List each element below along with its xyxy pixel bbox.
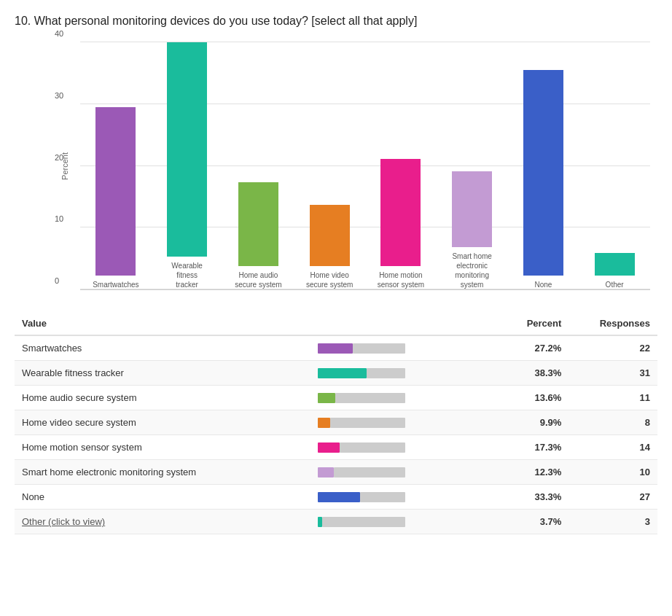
row-percent: 12.3% bbox=[495, 460, 569, 485]
bar-col: Smartwatches bbox=[80, 42, 152, 289]
mini-bar-gray bbox=[353, 343, 405, 354]
bar-rect bbox=[523, 70, 563, 276]
row-percent: 27.2% bbox=[495, 335, 569, 361]
table-row: Wearable fitness tracker38.3%31 bbox=[15, 361, 657, 386]
row-responses: 22 bbox=[569, 335, 657, 361]
mini-bar-color bbox=[318, 467, 334, 477]
bar-rect bbox=[238, 182, 278, 266]
mini-bar-gray bbox=[335, 393, 405, 403]
header-value: Value bbox=[15, 312, 310, 335]
bar-col: Wearable fitness tracker bbox=[152, 42, 223, 289]
table-row: Home audio secure system13.6%11 bbox=[15, 386, 657, 410]
row-percent: 17.3% bbox=[495, 435, 569, 460]
mini-bar-wrap bbox=[318, 343, 405, 354]
row-link[interactable]: Other (click to view) bbox=[22, 516, 105, 527]
row-responses: 14 bbox=[569, 435, 657, 460]
row-label: Home motion sensor system bbox=[15, 435, 310, 460]
mini-bar-gray bbox=[360, 492, 405, 502]
row-responses: 11 bbox=[569, 386, 657, 410]
bar-label: None bbox=[534, 280, 552, 289]
mini-bar-wrap bbox=[318, 368, 405, 378]
header-percent-bar bbox=[310, 312, 495, 335]
bar-col: Home audio secure system bbox=[223, 42, 294, 289]
bar-label: Other bbox=[606, 280, 624, 289]
bar-label: Home video secure system bbox=[306, 270, 353, 289]
bar-label: Wearable fitness tracker bbox=[162, 261, 213, 289]
bar-col: Home motion sensor system bbox=[365, 42, 437, 289]
mini-bar-color bbox=[318, 393, 335, 403]
bar-label: Smart home electronic monitoring system bbox=[452, 252, 491, 289]
bar-label: Home audio secure system bbox=[235, 270, 281, 289]
y-tick-label: 0 bbox=[55, 276, 59, 285]
mini-bar-gray bbox=[330, 418, 405, 428]
data-table: Value Percent Responses Smartwatches27.2… bbox=[15, 312, 657, 534]
row-bar-cell bbox=[310, 485, 495, 510]
bar-chart: Percent 010203040 SmartwatchesWearable f… bbox=[15, 42, 657, 290]
table-row: Home motion sensor system17.3%14 bbox=[15, 435, 657, 460]
mini-bar-gray bbox=[340, 442, 405, 453]
table-row: Home video secure system9.9%8 bbox=[15, 410, 657, 435]
row-percent: 33.3% bbox=[495, 485, 569, 510]
row-responses: 10 bbox=[569, 460, 657, 485]
mini-bar-gray bbox=[367, 368, 405, 378]
bar-label: Home motion sensor system bbox=[378, 270, 424, 289]
row-percent: 13.6% bbox=[495, 386, 569, 410]
row-responses: 31 bbox=[569, 361, 657, 386]
y-axis-label: Percent bbox=[60, 152, 69, 180]
table-header: Value Percent Responses bbox=[15, 312, 657, 335]
question-title: 10. What personal monitoring devices do … bbox=[15, 15, 657, 28]
row-percent: 9.9% bbox=[495, 410, 569, 435]
row-bar-cell bbox=[310, 510, 495, 534]
row-responses: 8 bbox=[569, 410, 657, 435]
row-label: Home audio secure system bbox=[15, 386, 310, 410]
mini-bar-color bbox=[318, 343, 353, 354]
table-row: Smartwatches27.2%22 bbox=[15, 335, 657, 361]
y-tick-label: 10 bbox=[55, 214, 63, 223]
mini-bar-color bbox=[318, 517, 322, 527]
mini-bar-gray bbox=[322, 517, 405, 527]
row-percent: 38.3% bbox=[495, 361, 569, 386]
mini-bar-wrap bbox=[318, 517, 405, 527]
bar-label: Smartwatches bbox=[93, 280, 138, 289]
row-label: Smart home electronic monitoring system bbox=[15, 460, 310, 485]
row-bar-cell bbox=[310, 386, 495, 410]
table-body: Smartwatches27.2%22Wearable fitness trac… bbox=[15, 335, 657, 534]
bars-group: SmartwatchesWearable fitness trackerHome… bbox=[80, 42, 650, 289]
bar-rect bbox=[95, 107, 136, 276]
mini-bar-gray bbox=[334, 467, 405, 477]
bar-col: Other bbox=[579, 42, 650, 289]
mini-bar-color bbox=[318, 418, 330, 428]
bar-rect bbox=[380, 159, 421, 266]
y-tick-label: 30 bbox=[55, 91, 63, 100]
table-row: Other (click to view)3.7%3 bbox=[15, 510, 657, 534]
row-label: Smartwatches bbox=[15, 335, 310, 361]
row-bar-cell bbox=[310, 361, 495, 386]
bar-col: Smart home electronic monitoring system bbox=[437, 42, 508, 289]
mini-bar-wrap bbox=[318, 393, 405, 403]
table-row: None33.3%27 bbox=[15, 485, 657, 510]
row-bar-cell bbox=[310, 410, 495, 435]
mini-bar-wrap bbox=[318, 442, 405, 453]
header-percent: Percent bbox=[495, 312, 569, 335]
mini-bar-wrap bbox=[318, 492, 405, 502]
bar-rect bbox=[452, 171, 492, 247]
row-responses: 27 bbox=[569, 485, 657, 510]
table-row: Smart home electronic monitoring system1… bbox=[15, 460, 657, 485]
row-label: Wearable fitness tracker bbox=[15, 361, 310, 386]
mini-bar-wrap bbox=[318, 467, 405, 477]
row-label: Home video secure system bbox=[15, 410, 310, 435]
row-bar-cell bbox=[310, 460, 495, 485]
row-label: None bbox=[15, 485, 310, 510]
row-bar-cell bbox=[310, 335, 495, 361]
mini-bar-color bbox=[318, 442, 340, 453]
mini-bar-color bbox=[318, 368, 367, 378]
row-label[interactable]: Other (click to view) bbox=[15, 510, 310, 534]
bar-rect bbox=[167, 42, 207, 257]
row-percent: 3.7% bbox=[495, 510, 569, 534]
bar-rect bbox=[595, 253, 635, 276]
y-tick-label: 40 bbox=[55, 29, 63, 38]
mini-bar-color bbox=[318, 492, 360, 502]
chart-area: Percent 010203040 SmartwatchesWearable f… bbox=[80, 42, 650, 290]
row-bar-cell bbox=[310, 435, 495, 460]
bar-col: None bbox=[508, 42, 579, 289]
